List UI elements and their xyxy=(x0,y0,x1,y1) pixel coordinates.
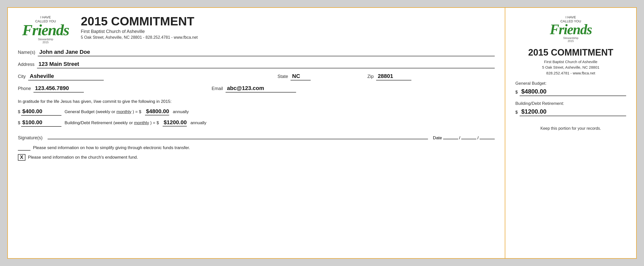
date-line-3 xyxy=(480,139,495,139)
stub-building-label: Building/Debt Retirement: xyxy=(515,101,626,106)
church-address: 5 Oak Street, Asheville, NC 28801 - 828.… xyxy=(81,35,495,40)
email-group: Email abc@123.com xyxy=(212,85,495,93)
stub-dollar-2: $ xyxy=(515,110,518,115)
address-label: Address xyxy=(18,62,34,67)
date-line-1 xyxy=(443,139,458,139)
stub-logo-area: I HAVE CALLED YOU Friends Stewardship 20… xyxy=(550,15,592,42)
stub-stewardship: Stewardship 2015 xyxy=(563,36,579,42)
stub-general-amount: $4800.00 xyxy=(520,88,626,96)
checkbox-x-2: X xyxy=(18,154,25,161)
stub-friends-logo: Friends xyxy=(550,23,592,36)
dollar-sign-2: $ xyxy=(18,120,20,125)
name-value: John and Jane Doe xyxy=(38,49,495,56)
i-have-text: I HAVE xyxy=(40,15,51,19)
zip-label: Zip xyxy=(367,74,374,79)
stub-church-info: First Baptist Church of Asheville 5 Oak … xyxy=(542,59,599,76)
date-line-2 xyxy=(461,139,476,139)
stub-dollar-1: $ xyxy=(515,90,518,95)
friends-logo: Friends xyxy=(22,23,69,37)
checkbox-row-1: Please send information on how to simpli… xyxy=(18,145,495,151)
stewardship-badge: Stewardship 2015 xyxy=(38,38,53,44)
checkbox1-text: Please send information on how to simpli… xyxy=(33,145,190,150)
church-name: First Baptist Church of Asheville xyxy=(81,29,495,34)
building-amount: $100.00 xyxy=(21,119,61,127)
header-info: 2015 COMMITMENT First Baptist Church of … xyxy=(81,15,495,40)
phone-value: 123.456.7890 xyxy=(33,85,84,93)
building-annual: $1200.00 xyxy=(163,119,187,126)
zip-value: 28801 xyxy=(376,73,411,80)
stub-building-section: Building/Debt Retirement: $ $1200.00 xyxy=(515,101,626,116)
name-label: Name(s) xyxy=(18,50,35,55)
address-row: Address 123 Main Street xyxy=(18,61,495,68)
email-value: abc@123.com xyxy=(226,85,296,93)
stub-building-amount-row: $ $1200.00 xyxy=(515,108,626,116)
phone-label: Phone xyxy=(18,86,31,91)
checkbox2-text: Please send information on the church's … xyxy=(28,155,138,160)
general-budget-row: $ $400.00 General Budget (weekly or mont… xyxy=(18,108,495,116)
dollar-sign-1: $ xyxy=(18,109,20,114)
email-label: Email xyxy=(212,86,223,91)
stub-building-amount: $1200.00 xyxy=(520,108,626,116)
general-budget-annual: $4800.00 xyxy=(145,108,169,115)
logo-area: I HAVE CALLED YOU Friends Stewardship 20… xyxy=(18,15,73,44)
checkbox-blank-1 xyxy=(18,145,30,151)
signature-line xyxy=(48,139,428,139)
stub-general-label: General Budget: xyxy=(515,81,626,86)
zip-group: Zip 28801 xyxy=(367,73,495,80)
commitment-card: I HAVE CALLED YOU Friends Stewardship 20… xyxy=(7,7,637,259)
stub-section: I HAVE CALLED YOU Friends Stewardship 20… xyxy=(505,8,636,258)
phone-email-row: Phone 123.456.7890 Email abc@123.com xyxy=(18,85,495,93)
stewardship-text: Stewardship xyxy=(38,38,53,41)
form-header: I HAVE CALLED YOU Friends Stewardship 20… xyxy=(18,15,495,44)
city-state-zip-row: City Asheville State NC Zip 28801 xyxy=(18,73,495,80)
building-desc: Building/Debt Retirement (weekly or mont… xyxy=(64,119,495,126)
city-label: City xyxy=(18,74,26,79)
checkbox-row-2: X Please send information on the church'… xyxy=(18,154,495,161)
stewardship-year: 2015 xyxy=(43,41,49,44)
date-label: Date xyxy=(433,136,442,141)
state-group: State NC xyxy=(277,73,362,80)
stub-general-amount-row: $ $4800.00 xyxy=(515,88,626,96)
gratitude-text: In gratitude for the life Jesus has give… xyxy=(18,99,495,104)
signature-label: Signature(s) xyxy=(18,135,43,141)
general-budget-amount: $400.00 xyxy=(21,108,61,116)
signature-row: Signature(s) Date / / xyxy=(18,135,495,141)
city-value: Asheville xyxy=(28,73,104,80)
commitment-title: 2015 COMMITMENT xyxy=(81,15,495,27)
name-row: Name(s) John and Jane Doe xyxy=(18,49,495,56)
state-label: State xyxy=(277,74,288,79)
city-group: City Asheville xyxy=(18,73,272,80)
date-area: Date / / xyxy=(433,136,495,141)
general-budget-desc: General Budget (weekly or monthly ) = $ … xyxy=(64,108,495,115)
stub-commitment-title: 2015 COMMITMENT xyxy=(528,48,613,57)
address-value: 123 Main Street xyxy=(37,61,495,68)
stub-general-budget: General Budget: $ $4800.00 xyxy=(515,81,626,96)
building-debt-row: $ $100.00 Building/Debt Retirement (week… xyxy=(18,119,495,127)
phone-group: Phone 123.456.7890 xyxy=(18,85,207,93)
page-container: I HAVE CALLED YOU Friends Stewardship 20… xyxy=(0,0,644,266)
form-section: I HAVE CALLED YOU Friends Stewardship 20… xyxy=(8,8,505,258)
stub-i-have: I HAVE xyxy=(565,15,576,19)
state-value: NC xyxy=(291,73,311,80)
stub-footer: Keep this portion for your records. xyxy=(540,126,601,131)
